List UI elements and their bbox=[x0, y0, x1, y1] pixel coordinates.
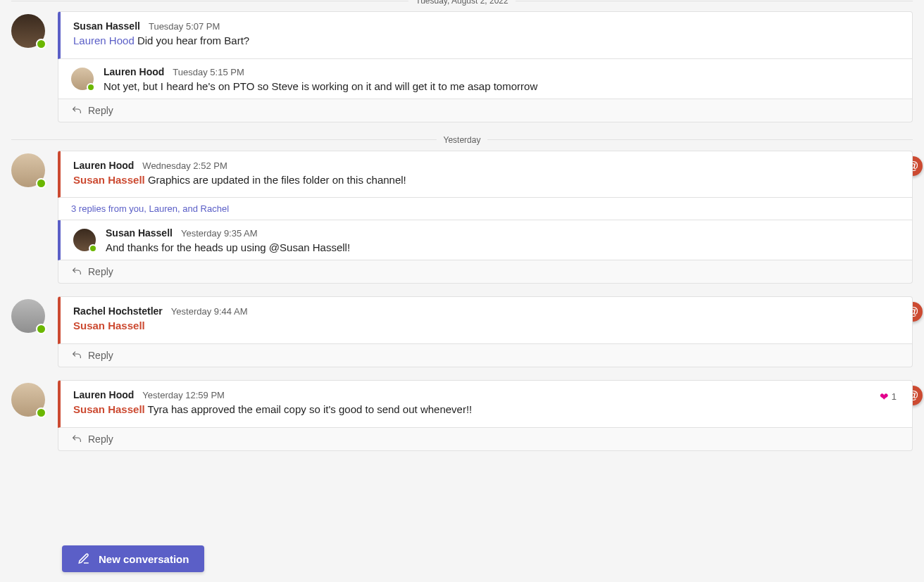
thread-body: Susan Hassell Tuesday 5:07 PM Lauren Hoo… bbox=[58, 11, 913, 122]
thread: @ ❤ 1 Lauren Hood Yesterday 12:59 PM Sus… bbox=[11, 380, 913, 451]
thread: @ Lauren Hood Wednesday 2:52 PM Susan Ha… bbox=[11, 151, 913, 284]
author-name: Lauren Hood bbox=[104, 66, 164, 77]
message-header: Susan Hassell Yesterday 9:35 AM bbox=[106, 227, 899, 239]
reply-icon bbox=[71, 105, 82, 116]
mention[interactable]: Susan Hassell bbox=[73, 403, 145, 415]
date-separator: Yesterday bbox=[11, 135, 913, 145]
collapsed-replies-link[interactable]: 3 replies from you, Lauren, and Rachel bbox=[58, 198, 913, 220]
author-name: Susan Hassell bbox=[73, 20, 140, 32]
message-text: Susan Hassell bbox=[73, 318, 899, 334]
presence-available-icon bbox=[36, 178, 46, 189]
timestamp: Tuesday 5:15 PM bbox=[173, 67, 244, 77]
message-text: Not yet, but I heard he's on PTO so Stev… bbox=[104, 79, 899, 94]
thread-body: @ Lauren Hood Wednesday 2:52 PM Susan Ha… bbox=[58, 151, 913, 284]
reply-icon bbox=[71, 350, 82, 361]
heart-icon: ❤ bbox=[880, 391, 889, 403]
message-header: Lauren Hood Wednesday 2:52 PM bbox=[73, 160, 899, 171]
timestamp: Tuesday 5:07 PM bbox=[149, 21, 220, 32]
message-text: Susan Hassell Graphics are updated in th… bbox=[73, 172, 899, 188]
reply-label: Reply bbox=[88, 350, 113, 361]
thread: Susan Hassell Tuesday 5:07 PM Lauren Hoo… bbox=[11, 11, 913, 122]
nested-reply[interactable]: Susan Hassell Yesterday 9:35 AM And than… bbox=[58, 220, 913, 260]
reply-button[interactable]: Reply bbox=[58, 428, 913, 451]
presence-available-icon bbox=[36, 407, 46, 418]
message-text: Lauren Hood Did you hear from Bart? bbox=[73, 33, 899, 49]
presence-available-icon bbox=[89, 244, 97, 253]
reaction-count: 1 bbox=[892, 391, 897, 402]
message[interactable]: Susan Hassell Tuesday 5:07 PM Lauren Hoo… bbox=[58, 11, 913, 59]
date-label: Tuesday, August 2, 2022 bbox=[408, 0, 515, 6]
new-conversation-label: New conversation bbox=[99, 553, 189, 565]
reply-icon bbox=[71, 266, 82, 277]
thread-body: @ Rachel Hochstetler Yesterday 9:44 AM S… bbox=[58, 296, 913, 367]
reaction[interactable]: ❤ 1 bbox=[880, 391, 897, 403]
avatar[interactable] bbox=[11, 299, 45, 333]
message[interactable]: ❤ 1 Lauren Hood Yesterday 12:59 PM Susan… bbox=[58, 380, 913, 428]
compose-icon bbox=[77, 552, 90, 565]
thread-body: @ ❤ 1 Lauren Hood Yesterday 12:59 PM Sus… bbox=[58, 380, 913, 451]
reply-label: Reply bbox=[88, 434, 113, 445]
avatar[interactable] bbox=[11, 14, 45, 48]
reply-label: Reply bbox=[88, 105, 113, 116]
new-conversation-button[interactable]: New conversation bbox=[62, 545, 204, 572]
message[interactable]: Rachel Hochstetler Yesterday 9:44 AM Sus… bbox=[58, 296, 913, 344]
mention[interactable]: Lauren Hood bbox=[73, 34, 135, 46]
presence-available-icon bbox=[36, 324, 46, 334]
divider bbox=[11, 1, 408, 1]
reply-label: Reply bbox=[88, 266, 113, 277]
avatar[interactable] bbox=[73, 229, 96, 251]
reply-button[interactable]: Reply bbox=[58, 344, 913, 367]
thread: @ Rachel Hochstetler Yesterday 9:44 AM S… bbox=[11, 296, 913, 367]
author-name: Rachel Hochstetler bbox=[73, 305, 163, 317]
divider bbox=[487, 139, 913, 140]
message-body: Did you hear from Bart? bbox=[135, 34, 249, 46]
timestamp: Yesterday 9:44 AM bbox=[171, 306, 248, 317]
mention[interactable]: Susan Hassell bbox=[73, 320, 145, 331]
date-separator: Tuesday, August 2, 2022 bbox=[11, 0, 913, 6]
reply-button[interactable]: Reply bbox=[58, 260, 913, 284]
author-name: Lauren Hood bbox=[73, 389, 134, 400]
divider bbox=[11, 139, 437, 140]
reply-icon bbox=[71, 434, 82, 445]
message-text: Susan Hassell Tyra has approved the emai… bbox=[73, 402, 899, 417]
message-body: Graphics are updated in the files folder… bbox=[145, 174, 406, 186]
message-header: Lauren Hood Yesterday 12:59 PM bbox=[73, 389, 899, 400]
date-label: Yesterday bbox=[437, 135, 488, 145]
message-header: Susan Hassell Tuesday 5:07 PM bbox=[73, 20, 899, 32]
message-header: Lauren Hood Tuesday 5:15 PM bbox=[104, 66, 899, 77]
avatar[interactable] bbox=[11, 153, 45, 187]
timestamp: Yesterday 9:35 AM bbox=[181, 228, 258, 239]
timestamp: Wednesday 2:52 PM bbox=[142, 160, 227, 171]
message-feed: Tuesday, August 2, 2022 Susan Hassell Tu… bbox=[0, 0, 924, 534]
message[interactable]: Lauren Hood Wednesday 2:52 PM Susan Hass… bbox=[58, 151, 913, 198]
mention[interactable]: Susan Hassell bbox=[73, 174, 145, 186]
message-header: Rachel Hochstetler Yesterday 9:44 AM bbox=[73, 305, 899, 317]
avatar[interactable] bbox=[11, 383, 45, 417]
divider bbox=[516, 1, 913, 1]
message-text: And thanks for the heads up using @Susan… bbox=[106, 240, 899, 255]
message-body: Tyra has approved the email copy so it's… bbox=[145, 403, 473, 415]
presence-available-icon bbox=[36, 39, 46, 49]
presence-available-icon bbox=[87, 83, 95, 91]
reply-button[interactable]: Reply bbox=[58, 99, 913, 122]
author-name: Lauren Hood bbox=[73, 160, 134, 171]
author-name: Susan Hassell bbox=[106, 227, 173, 239]
avatar[interactable] bbox=[71, 68, 94, 90]
nested-reply[interactable]: Lauren Hood Tuesday 5:15 PM Not yet, but… bbox=[58, 59, 913, 99]
timestamp: Yesterday 12:59 PM bbox=[142, 390, 225, 400]
